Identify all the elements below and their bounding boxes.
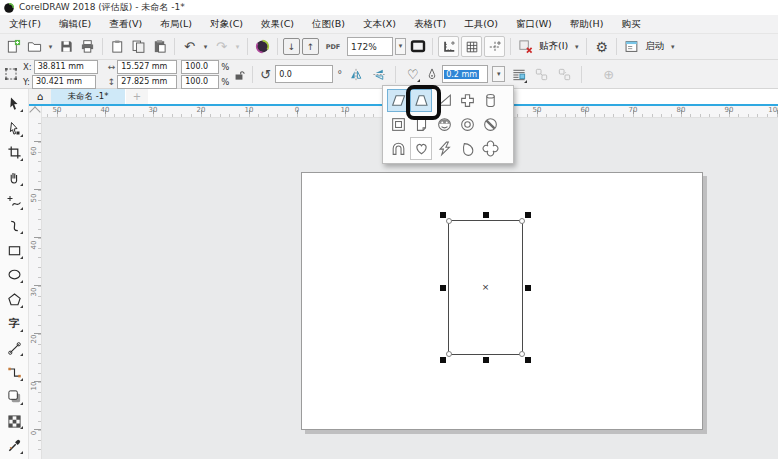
fullscreen-preview-icon[interactable] [408,37,427,56]
menu-item-file[interactable]: 文件(F) [0,18,50,31]
open-dropdown-icon[interactable]: ▾ [46,43,55,51]
show-rulers-icon[interactable] [438,36,459,57]
zoom-level-combo[interactable]: 172% [347,37,393,56]
shape-smiley-icon[interactable] [433,113,455,136]
add-preset-icon[interactable]: ⊕ [603,68,614,81]
shape-teardrop-icon[interactable] [456,137,478,160]
menu-item-buy[interactable]: 购买 [612,18,649,31]
import-icon[interactable]: ↓ [283,38,300,55]
text-tool[interactable]: 字 [2,312,26,336]
selection-center-marker[interactable]: × [482,282,490,292]
shape-lightning-icon[interactable] [433,137,455,160]
selection-handle-ne[interactable] [525,212,531,218]
selection-handle-n[interactable] [483,212,489,218]
selection-handle-se[interactable] [525,357,531,363]
transparency-tool[interactable] [2,409,26,433]
shape-cross-icon[interactable] [456,89,478,112]
shape-flower-icon[interactable] [479,137,501,160]
launcher-button[interactable]: 启动 [643,40,666,53]
copy-icon[interactable] [129,37,148,56]
crop-tool[interactable] [2,141,26,165]
menu-item-object[interactable]: 对象(C) [201,18,252,31]
menu-item-text[interactable]: 文本(X) [354,18,405,31]
selection-handle-w[interactable] [440,285,446,291]
vertical-ruler[interactable]: 60 50 40 30 20 10 0 [29,118,42,459]
link-curves-icon[interactable] [532,65,551,84]
menu-item-edit[interactable]: 编辑(E) [50,18,100,31]
corner-node[interactable] [446,218,452,224]
shape-donut-icon[interactable] [456,113,478,136]
publish-pdf-icon[interactable]: PDF [321,37,345,56]
connector-tool[interactable] [2,360,26,384]
wrap-text-icon[interactable] [509,65,528,84]
menu-item-table[interactable]: 表格(T) [405,18,455,31]
snap-dropdown-icon[interactable]: ▾ [572,43,581,51]
print-icon[interactable] [78,37,97,56]
eyedropper-tool[interactable] [2,433,26,457]
scale-h-field[interactable]: 100.0 [181,60,219,74]
freehand-tool[interactable] [2,190,26,214]
polygon-tool[interactable] [2,287,26,311]
new-document-icon[interactable] [4,37,23,56]
save-icon[interactable] [57,37,76,56]
ellipse-tool[interactable] [2,263,26,287]
show-grid-icon[interactable] [461,36,482,57]
show-guidelines-icon[interactable] [484,36,505,57]
object-width-field[interactable]: 15.527 mm [117,60,177,74]
options-gear-icon[interactable]: ⚙ [592,37,611,56]
launcher-panel-icon[interactable] [622,37,641,56]
outline-width-dropdown-icon[interactable]: ▾ [492,66,505,82]
launcher-dropdown-icon[interactable]: ▾ [668,43,677,51]
redo-icon[interactable]: ↷ [212,37,231,56]
selection-handle-e[interactable] [525,285,531,291]
curve-tool[interactable] [2,214,26,238]
pick-tool[interactable] [2,92,26,116]
outline-width-field[interactable]: 0.2 mm [442,65,488,83]
menu-item-layout[interactable]: 布局(L) [151,18,201,31]
redo-dropdown-icon[interactable]: ▾ [233,43,242,51]
undo-icon[interactable]: ↶ [180,37,199,56]
open-icon[interactable] [25,37,44,56]
undo-dropdown-icon[interactable]: ▾ [201,43,210,51]
cut-icon[interactable] [108,37,127,56]
pan-tool[interactable] [2,165,26,189]
menu-item-effects[interactable]: 效果(C) [252,18,303,31]
menu-item-window[interactable]: 窗口(W) [507,18,561,31]
shape-trapezoid-icon[interactable] [410,89,432,112]
y-position-field[interactable]: 30.421 mm [32,75,96,89]
rectangle-tool[interactable] [2,238,26,262]
document-tab[interactable]: 未命名 -1* [51,89,125,104]
menu-item-bitmaps[interactable]: 位图(B) [303,18,354,31]
shape-frame-icon[interactable] [387,113,409,136]
menu-item-help[interactable]: 帮助(H) [561,18,613,31]
shape-document-icon[interactable] [410,113,432,136]
x-position-field[interactable]: 38.811 mm [34,60,98,74]
lock-ratio-icon[interactable] [233,65,245,84]
paste-icon[interactable] [150,37,169,56]
mirror-horizontal-icon[interactable] [346,65,365,84]
shape-prohibition-icon[interactable] [479,113,501,136]
shape-tool[interactable] [2,116,26,140]
snap-to-button[interactable]: 贴齐(I) [537,40,570,53]
snap-off-icon[interactable] [516,37,535,56]
selection-handle-nw[interactable] [440,212,446,218]
corner-node[interactable] [519,218,525,224]
zoom-dropdown-icon[interactable]: ▾ [395,38,406,55]
shape-cylinder-icon[interactable] [479,89,501,112]
corner-node[interactable] [446,351,452,357]
search-content-icon[interactable] [253,37,272,56]
new-tab-button[interactable]: + [126,89,148,104]
shadow-tool[interactable] [2,385,26,409]
selected-rectangle[interactable]: × [448,220,523,355]
rotation-angle-field[interactable]: 0.0 [275,65,333,83]
basic-shape-picker[interactable]: ♡ [403,65,422,84]
selection-handle-sw[interactable] [440,357,446,363]
menu-item-tools[interactable]: 工具(O) [455,18,507,31]
shape-arch-icon[interactable] [387,137,409,160]
selection-handle-s[interactable] [483,357,489,363]
menu-item-view[interactable]: 查看(V) [100,18,151,31]
export-icon[interactable]: ↑ [302,38,319,55]
shape-parallelogram-icon[interactable] [387,89,409,112]
home-tab-icon[interactable]: ⌂ [29,89,51,104]
mirror-vertical-icon[interactable] [369,65,388,84]
